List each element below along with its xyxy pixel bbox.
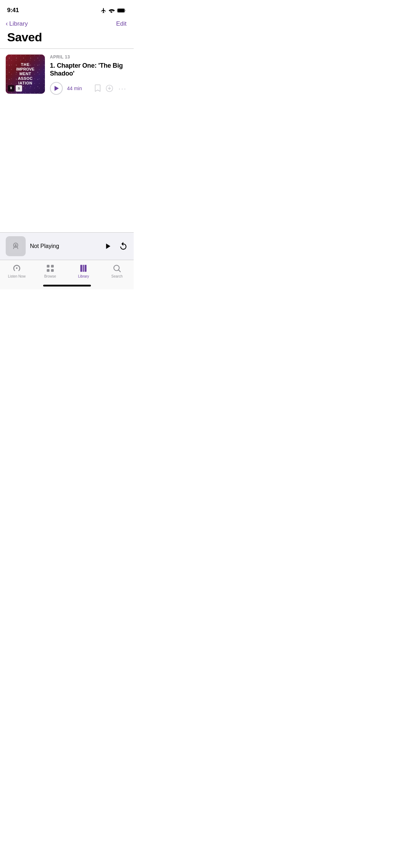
library-icon (79, 264, 88, 273)
browse-icon (46, 264, 55, 273)
play-triangle-icon (55, 86, 59, 91)
nyt-logo: 𝕿 (8, 85, 14, 92)
tab-search[interactable]: Search (100, 264, 134, 278)
bookmark-icon[interactable] (95, 84, 101, 92)
now-playing-title: Not Playing (30, 243, 99, 249)
tab-search-label: Search (111, 274, 123, 278)
page-title: Saved (0, 29, 134, 48)
svg-rect-8 (47, 265, 50, 268)
tab-browse[interactable]: Browse (34, 264, 67, 278)
now-playing-controls (103, 242, 128, 251)
airplane-icon (101, 7, 107, 14)
download-icon[interactable] (106, 84, 113, 92)
listen-now-icon (12, 264, 21, 273)
svg-point-6 (15, 244, 17, 246)
status-bar: 9:41 (0, 0, 134, 16)
now-playing-artwork (6, 236, 26, 256)
svg-rect-12 (81, 265, 82, 272)
tab-library-label: Library (78, 274, 89, 278)
edit-button[interactable]: Edit (116, 20, 127, 27)
search-icon (112, 264, 122, 273)
svg-rect-2 (118, 9, 125, 12)
now-playing-bar[interactable]: Not Playing (0, 232, 134, 260)
wifi-icon (109, 8, 115, 13)
episode-list: THE IMPROVE MENT ASSOC IATION 𝕿 S APRIL … (0, 49, 134, 100)
battery-icon (117, 8, 127, 13)
episode-controls: 44 min (50, 82, 127, 95)
back-label: Library (9, 20, 28, 27)
now-playing-replay-button[interactable] (119, 242, 128, 251)
episode-duration: 44 min (67, 86, 82, 91)
svg-rect-13 (83, 265, 84, 272)
serial-logo: S (16, 85, 22, 92)
status-icons (101, 7, 127, 14)
svg-rect-9 (51, 265, 54, 268)
back-chevron-icon: ‹ (6, 20, 8, 27)
play-button[interactable] (50, 82, 63, 95)
episode-date: APRIL 13 (50, 55, 127, 60)
tab-listen-now[interactable]: Listen Now (0, 264, 34, 278)
more-options-icon[interactable]: ··· (118, 85, 127, 92)
now-playing-play-button[interactable] (103, 242, 112, 251)
svg-rect-11 (51, 269, 54, 272)
artwork-text: THE IMPROVE MENT ASSOC IATION (15, 61, 36, 87)
back-button[interactable]: ‹ Library (6, 20, 28, 27)
episode-actions: ··· (95, 84, 127, 92)
episode-artwork[interactable]: THE IMPROVE MENT ASSOC IATION 𝕿 S (6, 55, 45, 94)
tab-library[interactable]: Library (67, 264, 101, 278)
episode-item: THE IMPROVE MENT ASSOC IATION 𝕿 S APRIL … (0, 49, 134, 100)
home-indicator (43, 285, 91, 286)
artwork-logos: 𝕿 S (8, 85, 22, 92)
nav-header: ‹ Library Edit (0, 17, 134, 29)
status-time: 9:41 (7, 7, 19, 14)
podcast-icon (9, 239, 22, 253)
tab-listen-now-label: Listen Now (8, 274, 25, 278)
episode-info: APRIL 13 1. Chapter One: 'The Big Shadoo… (50, 55, 127, 95)
episode-title: 1. Chapter One: 'The Big Shadoo' (50, 62, 127, 78)
svg-point-7 (16, 267, 17, 269)
tab-browse-label: Browse (44, 274, 56, 278)
svg-rect-14 (85, 265, 87, 272)
svg-rect-10 (47, 269, 50, 272)
